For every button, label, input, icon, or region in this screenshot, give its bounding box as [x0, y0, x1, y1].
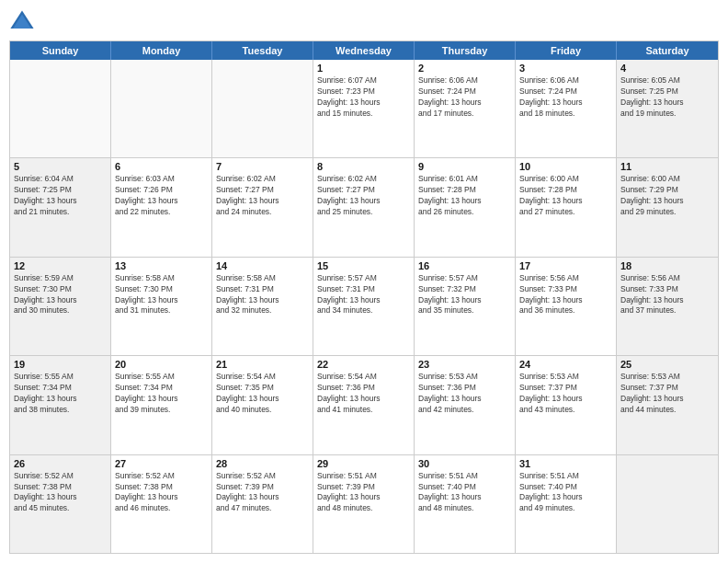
day-number: 9 [418, 161, 511, 172]
day-cell-4: 4Sunrise: 6:05 AM Sunset: 7:25 PM Daylig… [617, 60, 718, 157]
day-cell-27: 27Sunrise: 5:52 AM Sunset: 7:38 PM Dayli… [111, 455, 212, 553]
day-info: Sunrise: 5:53 AM Sunset: 7:37 PM Dayligh… [620, 372, 714, 416]
day-cell-14: 14Sunrise: 5:58 AM Sunset: 7:31 PM Dayli… [212, 258, 313, 355]
calendar-body: 1Sunrise: 6:07 AM Sunset: 7:23 PM Daylig… [10, 60, 718, 553]
day-cell-31: 31Sunrise: 5:51 AM Sunset: 7:40 PM Dayli… [516, 455, 617, 553]
day-info: Sunrise: 6:06 AM Sunset: 7:24 PM Dayligh… [519, 75, 612, 120]
day-cell-5: 5Sunrise: 6:04 AM Sunset: 7:25 PM Daylig… [10, 158, 111, 256]
day-number: 5 [14, 161, 107, 172]
cal-row-1: 5Sunrise: 6:04 AM Sunset: 7:25 PM Daylig… [10, 157, 718, 256]
day-number: 3 [519, 63, 612, 74]
weekday-header-monday: Monday [111, 41, 212, 60]
day-number: 28 [216, 458, 309, 469]
day-number: 29 [317, 458, 410, 469]
day-cell-24: 24Sunrise: 5:53 AM Sunset: 7:37 PM Dayli… [516, 356, 617, 454]
day-cell-8: 8Sunrise: 6:02 AM Sunset: 7:27 PM Daylig… [313, 158, 415, 256]
day-cell-6: 6Sunrise: 6:03 AM Sunset: 7:26 PM Daylig… [111, 158, 212, 256]
day-cell-1: 1Sunrise: 6:07 AM Sunset: 7:23 PM Daylig… [313, 60, 415, 157]
day-cell-28: 28Sunrise: 5:52 AM Sunset: 7:39 PM Dayli… [212, 455, 313, 553]
day-info: Sunrise: 6:00 AM Sunset: 7:29 PM Dayligh… [620, 174, 714, 218]
day-info: Sunrise: 6:04 AM Sunset: 7:25 PM Dayligh… [14, 174, 107, 218]
day-number: 20 [115, 359, 208, 370]
day-info: Sunrise: 5:55 AM Sunset: 7:34 PM Dayligh… [115, 372, 208, 416]
day-info: Sunrise: 5:59 AM Sunset: 7:30 PM Dayligh… [14, 273, 107, 317]
header [9, 9, 719, 35]
day-info: Sunrise: 5:58 AM Sunset: 7:30 PM Dayligh… [115, 273, 208, 317]
day-cell-16: 16Sunrise: 5:57 AM Sunset: 7:32 PM Dayli… [415, 258, 516, 355]
day-cell-2: 2Sunrise: 6:06 AM Sunset: 7:24 PM Daylig… [415, 60, 516, 157]
cal-row-0: 1Sunrise: 6:07 AM Sunset: 7:23 PM Daylig… [10, 60, 718, 157]
day-number: 22 [317, 359, 410, 370]
day-number: 6 [115, 161, 208, 172]
day-cell-23: 23Sunrise: 5:53 AM Sunset: 7:36 PM Dayli… [415, 356, 516, 454]
day-number: 8 [317, 161, 410, 172]
day-number: 1 [317, 63, 410, 74]
empty-cell-0-2 [212, 60, 313, 157]
day-info: Sunrise: 5:52 AM Sunset: 7:38 PM Dayligh… [115, 471, 208, 515]
day-info: Sunrise: 5:52 AM Sunset: 7:38 PM Dayligh… [14, 471, 107, 515]
day-info: Sunrise: 5:54 AM Sunset: 7:36 PM Dayligh… [317, 372, 410, 416]
weekday-header-thursday: Thursday [415, 41, 516, 60]
day-cell-9: 9Sunrise: 6:01 AM Sunset: 7:28 PM Daylig… [415, 158, 516, 256]
weekday-header-friday: Friday [516, 41, 617, 60]
day-info: Sunrise: 6:03 AM Sunset: 7:26 PM Dayligh… [115, 174, 208, 218]
day-number: 18 [620, 260, 714, 271]
cal-row-3: 19Sunrise: 5:55 AM Sunset: 7:34 PM Dayli… [10, 355, 718, 454]
day-info: Sunrise: 5:52 AM Sunset: 7:39 PM Dayligh… [216, 471, 309, 515]
day-cell-26: 26Sunrise: 5:52 AM Sunset: 7:38 PM Dayli… [10, 455, 111, 553]
day-cell-25: 25Sunrise: 5:53 AM Sunset: 7:37 PM Dayli… [617, 356, 718, 454]
day-number: 21 [216, 359, 309, 370]
day-number: 16 [418, 260, 511, 271]
day-cell-20: 20Sunrise: 5:55 AM Sunset: 7:34 PM Dayli… [111, 356, 212, 454]
day-number: 19 [14, 359, 107, 370]
empty-cell-0-1 [111, 60, 212, 157]
day-info: Sunrise: 6:05 AM Sunset: 7:25 PM Dayligh… [620, 75, 714, 120]
day-cell-22: 22Sunrise: 5:54 AM Sunset: 7:36 PM Dayli… [313, 356, 415, 454]
day-cell-15: 15Sunrise: 5:57 AM Sunset: 7:31 PM Dayli… [313, 258, 415, 355]
weekday-header-saturday: Saturday [617, 41, 718, 60]
day-info: Sunrise: 5:53 AM Sunset: 7:36 PM Dayligh… [418, 372, 511, 416]
day-cell-18: 18Sunrise: 5:56 AM Sunset: 7:33 PM Dayli… [617, 258, 718, 355]
day-info: Sunrise: 6:00 AM Sunset: 7:28 PM Dayligh… [519, 174, 612, 218]
day-number: 2 [418, 63, 511, 74]
weekday-header-tuesday: Tuesday [212, 41, 313, 60]
cal-row-4: 26Sunrise: 5:52 AM Sunset: 7:38 PM Dayli… [10, 454, 718, 553]
day-number: 14 [216, 260, 309, 271]
day-cell-19: 19Sunrise: 5:55 AM Sunset: 7:34 PM Dayli… [10, 356, 111, 454]
day-number: 27 [115, 458, 208, 469]
day-cell-11: 11Sunrise: 6:00 AM Sunset: 7:29 PM Dayli… [617, 158, 718, 256]
day-number: 23 [418, 359, 511, 370]
day-number: 30 [418, 458, 511, 469]
day-info: Sunrise: 5:51 AM Sunset: 7:40 PM Dayligh… [519, 471, 612, 515]
empty-cell-4-6 [617, 455, 718, 553]
day-info: Sunrise: 5:57 AM Sunset: 7:31 PM Dayligh… [317, 273, 410, 317]
day-number: 11 [620, 161, 714, 172]
calendar: SundayMondayTuesdayWednesdayThursdayFrid… [9, 40, 719, 554]
day-number: 15 [317, 260, 410, 271]
logo-icon [9, 9, 35, 35]
day-info: Sunrise: 5:53 AM Sunset: 7:37 PM Dayligh… [519, 372, 612, 416]
day-number: 10 [519, 161, 612, 172]
day-cell-13: 13Sunrise: 5:58 AM Sunset: 7:30 PM Dayli… [111, 258, 212, 355]
day-number: 12 [14, 260, 107, 271]
day-info: Sunrise: 5:51 AM Sunset: 7:39 PM Dayligh… [317, 471, 410, 515]
day-cell-10: 10Sunrise: 6:00 AM Sunset: 7:28 PM Dayli… [516, 158, 617, 256]
day-info: Sunrise: 5:56 AM Sunset: 7:33 PM Dayligh… [620, 273, 714, 317]
day-number: 7 [216, 161, 309, 172]
day-info: Sunrise: 5:55 AM Sunset: 7:34 PM Dayligh… [14, 372, 107, 416]
day-number: 13 [115, 260, 208, 271]
calendar-header: SundayMondayTuesdayWednesdayThursdayFrid… [10, 41, 718, 60]
day-info: Sunrise: 6:06 AM Sunset: 7:24 PM Dayligh… [418, 75, 511, 120]
logo [9, 9, 39, 35]
day-info: Sunrise: 5:56 AM Sunset: 7:33 PM Dayligh… [519, 273, 612, 317]
day-cell-12: 12Sunrise: 5:59 AM Sunset: 7:30 PM Dayli… [10, 258, 111, 355]
day-info: Sunrise: 5:54 AM Sunset: 7:35 PM Dayligh… [216, 372, 309, 416]
day-number: 31 [519, 458, 612, 469]
weekday-header-wednesday: Wednesday [313, 41, 415, 60]
day-cell-21: 21Sunrise: 5:54 AM Sunset: 7:35 PM Dayli… [212, 356, 313, 454]
day-info: Sunrise: 6:07 AM Sunset: 7:23 PM Dayligh… [317, 75, 410, 120]
day-number: 17 [519, 260, 612, 271]
day-number: 4 [620, 63, 714, 74]
day-cell-17: 17Sunrise: 5:56 AM Sunset: 7:33 PM Dayli… [516, 258, 617, 355]
page: SundayMondayTuesdayWednesdayThursdayFrid… [0, 0, 728, 563]
